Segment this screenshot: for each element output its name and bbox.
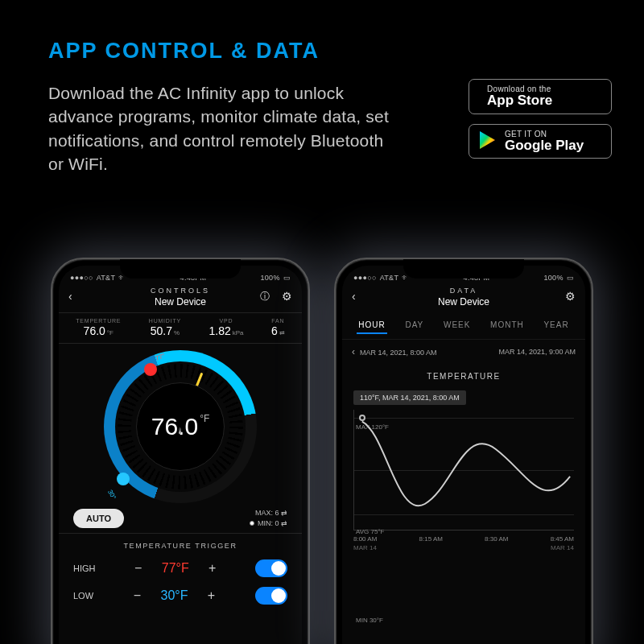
metric-humidity: HUMIDITY 50.7% [149,318,181,338]
trigger-low-row: LOW − 30°F + [59,582,302,609]
device-name: New Device [342,296,585,308]
high-toggle[interactable] [255,559,287,577]
back-button[interactable]: ‹ [68,290,72,303]
phone-data: ●●●○○AT&Tᯤ 4:48PM 100%▭ ‹ DATA New Devic… [334,258,593,644]
tab-hour[interactable]: HOUR [357,317,386,334]
time-range-tabs: HOUR DAY WEEK MONTH YEAR [342,312,585,340]
tab-week[interactable]: WEEK [442,317,472,334]
battery-icon: ▭ [567,274,574,282]
gear-icon[interactable]: ⚙ [282,290,292,303]
high-plus-button[interactable]: + [206,561,219,576]
low-minus-button[interactable]: − [131,588,144,603]
low-value: 30°F [157,588,192,603]
auto-mode-button[interactable]: AUTO [73,509,124,528]
chart-marker[interactable] [359,415,365,421]
range-end-label: MAR 14, 2021, 9:00 AM [498,348,576,356]
low-limit-label: 30° [106,489,118,501]
svg-marker-0 [480,131,495,149]
fan-limits: MAX: 6 ⇄ MIN: 0 ⇄ [250,508,287,528]
chart-x-sub: MAR 14 MAR 14 [342,543,585,551]
page-description: Download the AC Infinity app to unlock a… [48,81,402,176]
thermometer-icon: 🌡 [176,427,184,436]
temperature-dial[interactable]: 77° 30° 🌡 76.0°F [104,350,257,503]
screen-title: DATA [342,287,585,295]
low-plus-button[interactable]: + [205,588,218,603]
battery-icon: ▭ [283,274,291,282]
phone-controls: ●●●○○AT&Tᯤ 4:48PM 100%▭ ‹ CONTROLS New D… [51,258,310,644]
high-limit-knob[interactable] [144,363,157,376]
google-play-bottom: Google Play [505,138,584,154]
tab-year[interactable]: YEAR [542,317,570,334]
back-button[interactable]: ‹ [352,290,356,303]
google-play-icon [479,130,497,153]
info-icon[interactable]: ⓘ [260,290,270,303]
low-toggle[interactable] [255,587,287,605]
metric-vpd: VPD 1.82kPa [208,318,243,338]
low-limit-knob[interactable] [117,473,130,485]
gear-icon[interactable]: ⚙ [565,290,576,303]
google-play-badge[interactable]: GET IT ON Google Play [469,124,612,159]
range-prev-button[interactable]: ‹MAR 14, 2021, 8:00 AM [352,346,437,357]
app-store-badge[interactable]: Download on the App Store [469,79,612,114]
app-store-bottom: App Store [487,93,552,109]
metric-fan: FAN 6⇄ [271,318,285,338]
trigger-section-title: TEMPERATURE TRIGGER [59,533,302,555]
tab-month[interactable]: MONTH [489,317,526,334]
high-value: 77°F [158,561,193,576]
tab-day[interactable]: DAY [403,317,425,334]
metric-temperature: TEMPERTURE 76.0°F [76,318,121,338]
chart-x-ticks: 8:00 AM 8:15 AM 8:30 AM 8:45 AM [342,534,585,543]
chart-tooltip: 110°F, MAR 14, 2021, 8:00 AM [353,390,466,405]
page-title: APP CONTROL & DATA [48,39,444,64]
high-minus-button[interactable]: − [132,561,145,576]
trigger-high-row: HIGH − 77°F + [59,555,302,582]
chart-title: TEMPERATURE [342,364,585,389]
temperature-chart[interactable]: MAX 120°F AVG 75°F MIN 30°F [353,410,574,530]
